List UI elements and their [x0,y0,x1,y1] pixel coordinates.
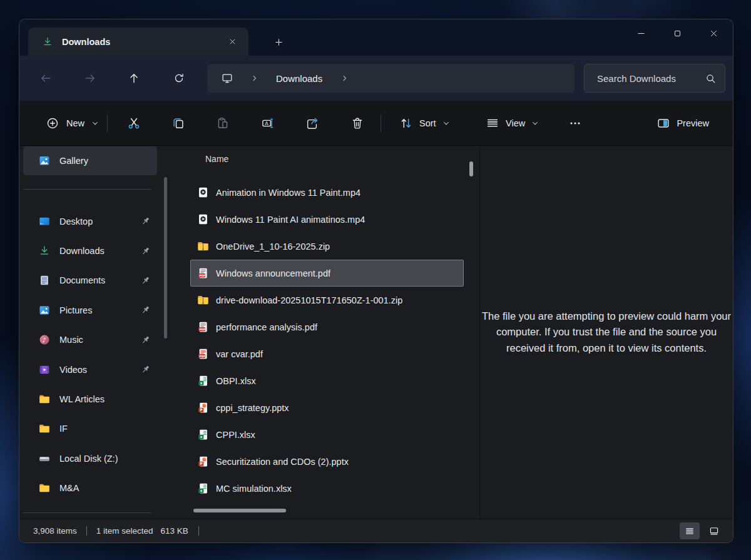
selection-count: 1 item selected [96,526,153,536]
sidebar-item-desktop[interactable]: Desktop [23,206,157,236]
preview-pane-icon [656,116,670,130]
file-row[interactable]: drive-download-20251015T171650Z-1-001.zi… [190,287,464,313]
view-button[interactable]: View [478,111,546,136]
svg-text:P: P [200,462,202,466]
file-row[interactable]: OneDrive_1_10-16-2025.zip [190,233,464,260]
breadcrumb[interactable]: Downloads [207,64,575,93]
up-icon [128,72,140,84]
sidebar-item-icon [38,482,51,494]
sidebar-item-icon [38,274,51,287]
sidebar-item-m-a[interactable]: M&A [23,474,157,503]
tab-downloads[interactable]: Downloads [28,28,248,56]
new-tab-button[interactable] [267,33,290,51]
sidebar-nav: Desktop Downloads Documents Pictures ♪ M… [23,206,157,503]
copy-button[interactable] [163,109,193,137]
back-button[interactable] [32,64,59,92]
file-row[interactable]: Animation in Windows 11 Paint.mp4 [190,179,464,206]
sidebar-item-if[interactable]: IF [23,414,157,444]
share-button[interactable] [297,109,327,137]
file-row[interactable]: PDF Windows announcement.pdf [190,260,464,287]
file-list: Name Animation in Windows 11 Paint.mp4 W… [176,146,479,519]
refresh-button[interactable] [165,64,193,92]
tab-strip: Downloads [19,19,733,56]
forward-button[interactable] [76,64,104,92]
file-rows: Animation in Windows 11 Paint.mp4 Window… [176,179,479,502]
file-row[interactable]: x MC simulation.xlsx [190,475,464,502]
delete-button[interactable] [342,109,372,137]
new-plus-icon [46,116,59,130]
sidebar-item-documents[interactable]: Documents [23,266,157,295]
sidebar-item-music[interactable]: ♪ Music [23,325,157,355]
downloads-icon [42,36,53,48]
status-separator [86,526,87,536]
preview-toggle-button[interactable]: Preview [649,111,717,136]
minimize-button[interactable] [623,19,659,47]
up-button[interactable] [120,64,148,92]
search-icon[interactable] [705,73,717,84]
file-row[interactable]: P cppi_strategy.pptx [190,394,464,421]
rename-button[interactable]: A [253,109,283,137]
search-input[interactable] [585,64,725,92]
sidebar-divider [23,189,151,190]
sidebar-item-gallery[interactable]: Gallery [23,146,157,175]
sidebar-item-downloads[interactable]: Downloads [23,236,157,265]
file-list-horizontal-scrollbar[interactable] [193,509,286,512]
breadcrumb-location[interactable]: Downloads [276,73,322,84]
tab-close-button[interactable] [223,33,241,51]
paste-button[interactable] [208,109,238,137]
sidebar-item-local-disk-z-[interactable]: Local Disk (Z:) [23,444,157,473]
close-window-button[interactable] [695,19,732,47]
sidebar-item-icon [38,304,51,317]
maximize-icon [673,29,682,38]
chevron-down-icon [91,120,99,127]
sidebar-divider [23,512,151,513]
new-button[interactable]: New [37,111,108,136]
desktop-wallpaper: Downloads Downloads [0,0,751,560]
maximize-button[interactable] [659,19,695,47]
sidebar-item-wl-articles[interactable]: WL Articles [23,384,157,414]
chevron-down-icon [442,120,450,127]
sidebar-item-label: M&A [59,483,79,493]
this-pc-icon[interactable] [221,72,233,84]
large-icons-view-icon [708,526,720,537]
file-name: Animation in Windows 11 Paint.mp4 [216,188,360,198]
file-row[interactable]: x CPPI.xlsx [190,421,464,448]
large-icons-view-button[interactable] [704,522,724,539]
file-row[interactable]: PDF var cvar.pdf [190,340,464,367]
preview-pane: The file you are attempting to preview c… [479,146,733,519]
column-header-name[interactable]: Name [205,154,228,164]
paste-icon [216,116,230,130]
chevron-right-icon[interactable] [341,74,349,82]
file-list-vertical-scrollbar[interactable] [469,161,473,176]
svg-text:P: P [200,408,202,412]
file-row[interactable]: Windows 11 Paint AI animatinos.mp4 [190,206,464,233]
file-type-icon [197,186,210,199]
sort-label: Sort [419,118,436,128]
file-row[interactable]: P Securitization and CDOs (2).pptx [190,448,464,475]
file-type-icon: PDF [197,320,210,333]
file-type-icon: P [197,455,210,468]
file-type-icon: x [197,482,210,495]
pin-icon [140,364,151,375]
sidebar-scrollbar[interactable] [164,177,167,339]
minimize-icon [636,29,646,38]
preview-label: Preview [677,118,709,128]
see-more-button[interactable] [560,109,590,137]
details-view-button[interactable] [680,522,700,539]
file-row[interactable]: PDF performance analysis.pdf [190,313,464,340]
sidebar-item-pictures[interactable]: Pictures [23,295,157,325]
pin-icon [140,216,151,227]
file-row[interactable]: x OBPI.xlsx [190,367,464,394]
window-controls [623,19,732,47]
chevron-right-icon[interactable] [251,74,258,82]
sort-button[interactable]: Sort [392,111,457,136]
file-type-icon: PDF [197,267,210,280]
sidebar-item-icon: ♪ [38,333,51,346]
sidebar-item-label: WL Articles [59,394,105,404]
sidebar-item-icon [38,422,51,435]
file-name: CPPI.xlsx [216,430,255,440]
rename-icon: A [261,116,275,130]
sidebar-item-videos[interactable]: Videos [23,355,157,384]
view-label: View [506,118,525,128]
cut-button[interactable] [119,109,149,137]
